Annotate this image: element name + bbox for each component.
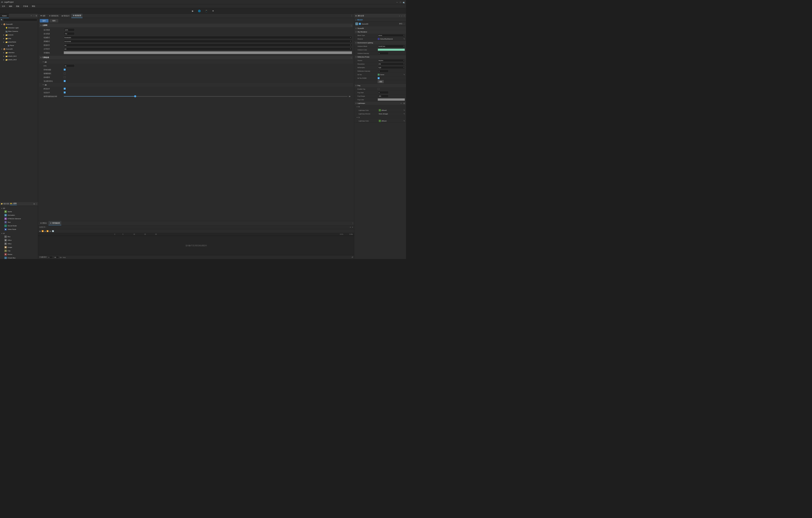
center-more-icon[interactable]: ⋮ [351,15,353,17]
3d-sub-header[interactable]: ▼ 3D [39,83,353,87]
add-component-btn[interactable]: 增加组件 [357,19,363,21]
retina-mode-checkbox[interactable] [64,73,66,74]
tab-preview-run[interactable]: ▶ 预览运行 [60,13,71,18]
widget-vbox[interactable]: V VBox [0,242,38,246]
enable-fog-checkbox[interactable] [378,88,380,90]
widget-clip[interactable]: ✂ Clip [0,249,38,253]
tree-item-planenode[interactable]: ▶ 📁 planeNode [0,40,38,44]
widget-checkbox[interactable]: ✓ Check Box [0,256,38,259]
fog-header[interactable]: ▼ Fog [354,84,406,87]
dynamic-merge-checkbox[interactable] [64,91,66,93]
ibl-tex-edit-btn[interactable]: ✎ [404,74,405,76]
widget-text[interactable]: T Text [0,221,38,224]
bg-color-swatch[interactable] [64,52,352,54]
tab-scene[interactable]: 🗺 场景 [39,13,47,18]
toolbar-search[interactable]: 🔍 [403,0,405,5]
canvas-transparent-checkbox[interactable] [64,76,66,78]
tree-item-scene1[interactable]: ▶ 📁 scene1 [0,33,38,37]
tab-timeline[interactable]: ⏱ 时间轴动画 [49,221,61,225]
canvas-antialias-checkbox[interactable] [64,69,66,70]
dropdown-btn[interactable]: ▼ [211,9,215,12]
properties-more-icon[interactable]: ⋮ [403,15,405,17]
lightmaps-add-btn[interactable]: + [401,102,402,104]
more-options-icon[interactable]: ⋮ [33,15,35,17]
env-lighting-header[interactable]: ▼ Environment Lighting [354,41,406,45]
ambient-color-swatch[interactable] [378,49,405,51]
project-assets-tab[interactable]: 📁 项目资源 [1,203,9,205]
tree-item-attack-btn1[interactable]: ▶ 📁 attack_btn1 [0,55,38,58]
refresh-btn[interactable]: ↺ [351,256,353,258]
mobile-btn[interactable]: 📱 [204,9,209,13]
tree-item-rokerbox[interactable]: ▶ 📁 rokerbox [0,51,38,55]
horizontal-align-select[interactable]: left [64,48,352,50]
edit-button[interactable]: 编辑 [50,19,58,23]
design-height-input[interactable] [64,32,75,35]
tab-animation-state[interactable]: ⚙ 动画状态机 [48,13,60,18]
static-checkbox[interactable] [403,23,405,25]
static-merge-checkbox[interactable] [64,88,66,90]
fps-input[interactable] [64,64,75,67]
widgets-tab[interactable]: ⭐ 小部件 [10,203,17,205]
timeline-more-icon[interactable]: ⋮ [352,222,354,224]
lightmap-diffuse1-edit-btn[interactable]: ✎ [404,120,405,122]
menu-edit[interactable]: 编辑 [8,5,13,8]
fps-value-input[interactable] [54,256,59,258]
tree-item-scene3d[interactable]: ▼ 📦 Scene3D [0,23,38,26]
widget-group-ui-header[interactable]: ▼ UI [0,232,38,235]
vertex-cache-checkbox[interactable] [64,80,66,82]
fog-range-input[interactable] [378,94,388,97]
game-tab[interactable]: Game [0,13,9,18]
ibl-tex-rgbd-checkbox[interactable] [378,77,380,79]
next-frame-btn[interactable]: ⏩ [47,230,49,232]
source-select[interactable]: Skybox [378,59,405,62]
add-animation-btn2[interactable]: + [352,226,353,228]
lightmap-diffuse0-edit-btn[interactable]: ✎ [404,109,405,111]
ambient-intensity-input[interactable] [378,52,388,55]
widget-soundnode[interactable]: ♪ Sound Node [0,224,38,228]
first-frame-btn[interactable]: ⏮ [39,230,41,232]
play-btn[interactable]: ▶ [45,230,46,232]
play-btn[interactable]: ▶ [191,9,195,13]
loop-btn[interactable]: 🔄 [52,230,54,232]
engine-options-header[interactable]: ▼ 引擎选项 ⋮ [39,56,353,60]
more-icon-bottom[interactable]: ⋮ [35,203,37,205]
prev-frame-btn[interactable]: ⏪ [42,230,44,232]
bake-btn[interactable]: 烘焙 [378,80,384,83]
menu-help[interactable]: 帮助 [31,5,36,8]
add-node-btn[interactable]: + [31,15,32,17]
lightmaps-settings-btn[interactable]: ⚙ [403,102,405,104]
ibl-samples-select[interactable]: high [378,66,405,69]
widget-htmldiv[interactable]: H HTMLDiv Element [0,217,38,221]
tree-item-plane[interactable]: ▣ Plane [0,44,38,48]
screen-mode-select[interactable]: horizontal [64,40,352,43]
resolution-select[interactable]: 256 [378,63,405,65]
lightmap-1-header[interactable]: ▼ 1 [355,116,406,119]
hierarchy-search-input[interactable] [3,19,37,21]
mesh-type-select[interactable]: dome [378,34,405,37]
widget-hbox[interactable]: H HBox [0,238,38,242]
engine-more-icon[interactable]: ⋮ [350,57,352,59]
material-edit-btn[interactable]: ✎ [404,38,405,40]
time-value-input[interactable] [48,256,53,258]
widget-button[interactable]: B Button [0,253,38,256]
physics-memory-slider[interactable] [64,96,348,97]
copy-icon-bottom[interactable]: ⧉ [33,203,35,205]
widget-image[interactable]: 🖼 Image [0,246,38,249]
resolution-section-header[interactable]: ▼ 分辨率 ⋮ [39,24,353,28]
tree-item-direction-light[interactable]: 💡 Direction Light [0,26,38,30]
tab-project-settings[interactable]: ⚙ 项目设置 [71,13,83,18]
tree-item-scene2d[interactable]: ▼ 📦 Scene2D [0,48,38,51]
reflection-intensity-input[interactable] [378,70,388,73]
nav-next-btn[interactable]: › [401,15,403,17]
widget-animation[interactable]: A Animation [0,213,38,217]
scene3d-section-header[interactable]: ▼ Scene3D [354,26,406,30]
widget-sprite[interactable]: S Sprite [0,210,38,213]
copy-icon[interactable]: ⧉ [36,15,37,17]
design-width-input[interactable] [64,28,75,31]
add-animation-btn[interactable]: + [350,226,351,228]
tree-item-attack-btn2[interactable]: ▶ 📁 attack_btn2 [0,58,38,62]
scene3d-visible-checkbox[interactable] [359,23,361,25]
globe-btn[interactable]: 🌐 [197,9,202,13]
keyframe-mode-label[interactable]: 关键帧模式 [39,256,47,258]
sky-renderer-header[interactable]: ▼ Sky Renderer [354,30,406,34]
